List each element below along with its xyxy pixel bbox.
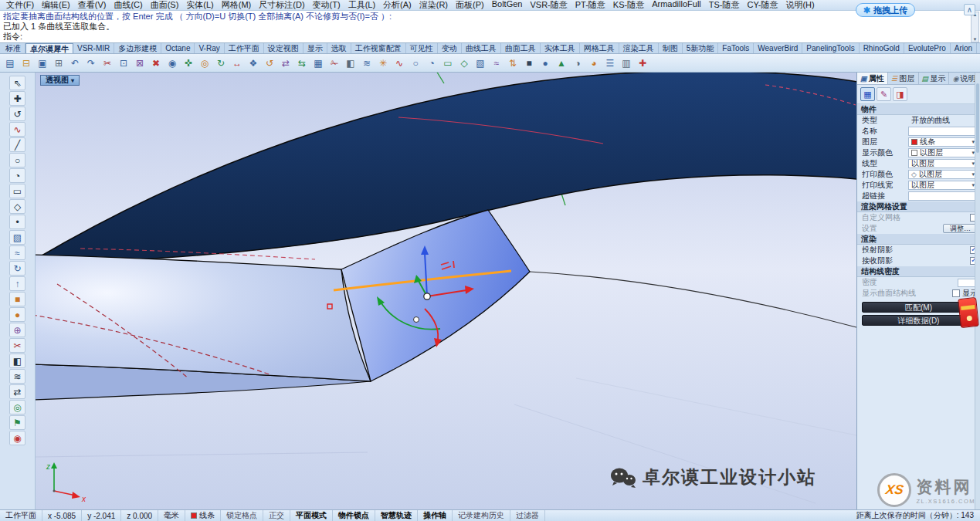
toolbar-tab[interactable]: 实体工具 <box>541 43 580 53</box>
toolbar-tab[interactable]: 工作平面 <box>225 43 264 53</box>
adjust-button[interactable]: 调整… <box>943 224 978 233</box>
status-toggle[interactable]: 智慧轨迹 <box>375 510 418 521</box>
scroll-down-icon[interactable]: ▼ <box>972 37 978 42</box>
toolbar-tab[interactable]: WeaverBird <box>754 43 802 53</box>
shaded-view-icon[interactable]: ◑ <box>570 56 585 71</box>
object-properties-icon[interactable]: ▦ <box>860 87 875 101</box>
toolbar-tab[interactable]: 设定视图 <box>264 43 303 53</box>
toolbar-tab[interactable]: 网格工具 <box>580 43 619 53</box>
menu-item[interactable]: 渲染(R) <box>415 0 452 11</box>
circle-icon[interactable]: ○ <box>408 56 423 71</box>
menu-item[interactable]: 网格(M) <box>218 0 256 11</box>
toolbar-tab[interactable]: EvolutePro <box>904 43 951 53</box>
hyperlink-input[interactable] <box>908 191 978 201</box>
toolbar-tab[interactable]: 曲线工具 <box>462 43 501 53</box>
sphere-icon[interactable]: ● <box>9 307 25 322</box>
loft-icon[interactable]: ≈ <box>489 56 504 71</box>
toolbar-tab[interactable]: 渲染工具 <box>619 43 659 53</box>
current-layer-chip[interactable]: 线条 <box>185 510 221 521</box>
paste-icon[interactable]: ⊠ <box>132 56 148 71</box>
menu-item[interactable]: 曲面(S) <box>147 0 183 11</box>
explode-icon[interactable]: ✳ <box>375 56 391 71</box>
display-color-dropdown[interactable]: 以图层▾ <box>908 148 978 157</box>
print-width-dropdown[interactable]: 以图层▾ <box>908 181 978 190</box>
menu-item[interactable]: 工具(L) <box>344 0 379 11</box>
toolbar-tab[interactable]: VSR-MIR <box>73 43 114 53</box>
zoom-extents-icon[interactable]: ◎ <box>197 56 212 71</box>
boolean-union-icon[interactable]: ⊕ <box>9 323 25 337</box>
scene-3d[interactable]: z x <box>36 73 856 509</box>
cut-icon[interactable]: ✂ <box>100 56 115 71</box>
toolbar-tab[interactable]: Octane <box>161 43 195 53</box>
rectangle-icon[interactable]: ▭ <box>440 56 456 71</box>
toolbar-tab[interactable]: 卓尔谟犀牛 <box>25 43 73 53</box>
status-toggle[interactable]: 记录建构历史 <box>453 510 510 521</box>
copy-icon[interactable]: ⊡ <box>116 56 131 71</box>
gumball-move-icon[interactable]: ✚ <box>9 91 25 106</box>
surface-icon[interactable]: ▧ <box>473 56 488 71</box>
surface-left[interactable] <box>36 255 371 381</box>
select-icon[interactable]: ◉ <box>164 56 180 71</box>
command-area[interactable]: 指定要抽离曲面结构线的位置，按 Enter 完成 （ 方向(D)=U 切换(T)… <box>0 11 980 43</box>
rotate-icon[interactable]: ↺ <box>9 107 25 121</box>
split-icon[interactable]: ◧ <box>343 56 358 71</box>
toolbar-tab[interactable]: 显示 <box>303 43 327 53</box>
toolbar-tab[interactable]: 5新功能 <box>683 43 719 53</box>
panel-tab[interactable]: ☰图层 <box>888 73 919 84</box>
arc-icon[interactable]: ◔ <box>424 56 439 71</box>
command-scrollbar[interactable]: ▲▼ <box>971 12 979 42</box>
menu-item[interactable]: PT-随意 <box>571 0 609 11</box>
toolbar-tab[interactable]: 曲面工具 <box>501 43 541 53</box>
menu-item[interactable]: 说明(H) <box>782 0 818 11</box>
toolbar-tab[interactable]: 可见性 <box>406 43 438 53</box>
command-prompt[interactable]: 指令: <box>3 32 969 42</box>
loft-icon[interactable]: ≈ <box>9 245 25 260</box>
menu-item[interactable]: KS-随意 <box>609 0 648 11</box>
menu-item[interactable]: 分析(A) <box>379 0 415 11</box>
toolbar-tab[interactable]: 工作视窗配置 <box>351 43 406 53</box>
menu-item[interactable]: 尺寸标注(D) <box>255 0 308 11</box>
menu-item[interactable]: 编辑(E) <box>38 0 74 11</box>
gumball-aux-handle[interactable] <box>414 317 419 323</box>
sphere-icon[interactable]: ● <box>537 56 553 71</box>
menu-item[interactable]: VSR-随意 <box>526 0 571 11</box>
help-icon[interactable]: ✚ <box>635 56 650 71</box>
join-icon[interactable]: ≋ <box>359 56 375 71</box>
join-icon[interactable]: ≋ <box>9 369 25 384</box>
gumball-origin-handle[interactable] <box>424 293 430 299</box>
material-icon[interactable]: ✎ <box>877 87 891 101</box>
show-isocurves-checkbox[interactable] <box>952 289 960 297</box>
status-toggle[interactable]: 物件锁点 <box>333 510 375 521</box>
toolbar-tab[interactable]: V-Ray <box>195 43 224 53</box>
print-icon[interactable]: ⊞ <box>51 56 66 71</box>
line-icon[interactable]: ╱ <box>9 137 25 152</box>
save-icon[interactable]: ▣ <box>35 56 50 71</box>
panel-scrollbar[interactable] <box>975 73 980 509</box>
trim-icon[interactable]: ✂ <box>9 338 25 353</box>
scrollbar-thumb[interactable] <box>976 83 979 153</box>
circle-icon[interactable]: ○ <box>9 153 25 167</box>
extrude-icon[interactable]: ⇅ <box>505 56 521 71</box>
menu-item[interactable]: CY-随意 <box>744 0 782 11</box>
collapse-arrow-icon[interactable]: ∧ <box>964 4 975 15</box>
array-icon[interactable]: ▦ <box>310 56 326 71</box>
scale-icon[interactable]: ⇄ <box>278 56 293 71</box>
pan-icon[interactable]: ✜ <box>181 56 196 71</box>
move-icon[interactable]: ↔ <box>229 56 245 71</box>
viewport-perspective[interactable]: z x 透视图 ▾ 卓尔谟工业设计小站 <box>36 73 856 509</box>
open-file-icon[interactable]: ⊟ <box>19 56 34 71</box>
osnap-flag-icon[interactable]: ⚑ <box>9 415 25 430</box>
menu-item[interactable]: 实体(L) <box>182 0 217 11</box>
undo-icon[interactable]: ↶ <box>67 56 83 71</box>
toolbar-tab[interactable]: Arion <box>951 43 977 53</box>
menu-item[interactable]: 面板(P) <box>452 0 488 11</box>
name-input[interactable] <box>908 127 978 136</box>
menu-item[interactable]: 查看(V) <box>74 0 110 11</box>
revolve-icon[interactable]: ↻ <box>9 261 25 276</box>
toolbar-tab[interactable]: RhinoGold <box>860 43 904 53</box>
status-toggle[interactable]: 平面模式 <box>290 510 333 521</box>
toolbar-tab[interactable]: 变动 <box>438 43 462 53</box>
rectangle-icon[interactable]: ▭ <box>9 184 25 198</box>
polygon-icon[interactable]: ◇ <box>9 199 25 214</box>
panel-tab[interactable]: ▣属性 <box>857 73 888 84</box>
